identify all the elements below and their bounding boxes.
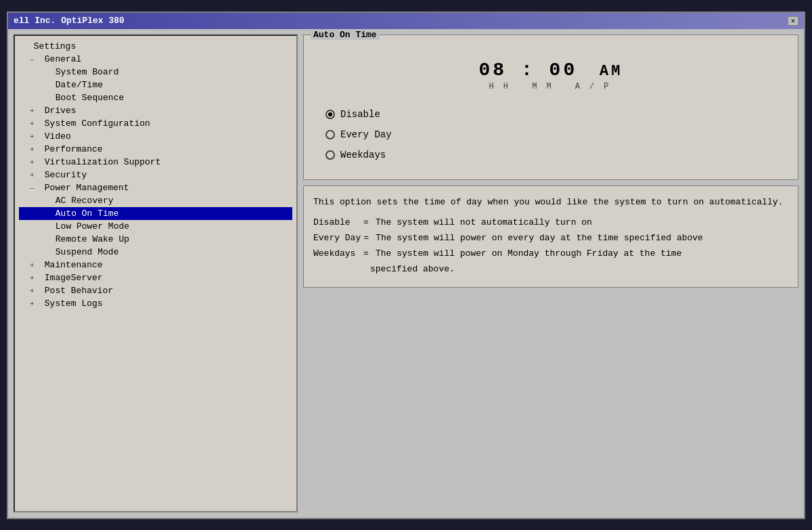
option-every-day-label: Every Day — [340, 129, 392, 140]
sidebar-item-power-management[interactable]: – Power Management — [19, 181, 292, 194]
settings-label: Settings — [34, 41, 76, 51]
sidebar-item-drives[interactable]: + Drives — [19, 104, 292, 117]
sidebar-item-system-config[interactable]: + System Configuration — [19, 117, 292, 130]
desc-value-weekdays-cont: specified above. — [370, 263, 788, 277]
sidebar-item-image-server[interactable]: + ImageServer — [19, 271, 292, 284]
sidebar-item-virt-support[interactable]: + Virtualization Support — [19, 156, 292, 169]
sidebar-item-security[interactable]: + Security — [19, 169, 292, 181]
desc-line-weekdays-cont: specified above. — [313, 263, 788, 277]
desc-key-disable: Disable — [313, 216, 361, 230]
desc-value-weekdays: The system will power on Monday through … — [376, 247, 788, 261]
sidebar-item-video[interactable]: + Video — [19, 130, 292, 143]
desc-value-every-day: The system will power on every day at th… — [376, 231, 788, 246]
radio-weekdays-circle[interactable] — [325, 150, 335, 160]
desc-equals-0: = — [363, 216, 373, 230]
time-value: 08 : 00 AM — [312, 60, 790, 81]
desc-key-weekdays: Weekdays — [313, 247, 361, 261]
sidebar-item-ac-recovery[interactable]: AC Recovery — [19, 194, 292, 207]
auto-on-time-group: Auto On Time 08 : 00 AM HH MM A/P — [303, 35, 798, 180]
desc-key-every-day: Every Day — [313, 231, 361, 246]
time-separator: : — [521, 60, 535, 81]
sidebar-item-auto-on-time[interactable]: Auto On Time — [19, 207, 292, 220]
desc-line-every-day: Every Day = The system will power on eve… — [313, 231, 788, 246]
title-bar: ell Inc. OptiPlex 380 ✕ — [8, 13, 804, 29]
close-button[interactable]: ✕ — [788, 16, 798, 26]
sidebar-item-system-logs[interactable]: + System Logs — [19, 297, 292, 310]
option-weekdays-label: Weekdays — [340, 150, 386, 160]
sidebar-item-datetime[interactable]: Date/Time — [19, 79, 292, 91]
time-display: 08 : 00 AM HH MM A/P — [312, 46, 790, 98]
option-disable[interactable]: Disable — [325, 109, 776, 120]
desc-line-weekdays: Weekdays = The system will power on Mond… — [313, 247, 788, 261]
description-box: This option sets the time of day when yo… — [303, 185, 798, 288]
sidebar-item-boot-sequence[interactable]: Boot Sequence — [19, 91, 292, 104]
sidebar-item-post-behavior[interactable]: + Post Behavior — [19, 284, 292, 297]
desc-line-disable: Disable = The system will not automatica… — [313, 216, 788, 230]
left-panel: Settings – General System Board Date/Tim… — [14, 35, 298, 512]
radio-disable-dot — [328, 112, 332, 116]
sidebar-item-general[interactable]: – General — [19, 53, 292, 66]
group-title: Auto On Time — [311, 30, 380, 40]
sidebar-item-maintenance[interactable]: + Maintenance — [19, 259, 292, 271]
bios-window: ell Inc. OptiPlex 380 ✕ Settings – Gener… — [7, 12, 805, 519]
time-ampm[interactable]: AM — [600, 63, 623, 80]
sidebar-item-performance[interactable]: + Performance — [19, 143, 292, 156]
time-minutes[interactable]: 00 — [549, 60, 578, 81]
desc-value-disable: The system will not automatically turn o… — [376, 216, 788, 230]
radio-options: Disable Every Day Weekdays — [312, 98, 790, 171]
desc-equals-2: = — [363, 247, 373, 261]
settings-root: Settings — [19, 40, 292, 53]
desc-equals-1: = — [363, 231, 373, 246]
desc-intro: This option sets the time of day when yo… — [313, 196, 788, 210]
window-title: ell Inc. OptiPlex 380 — [14, 16, 125, 26]
option-disable-label: Disable — [340, 109, 380, 120]
sidebar-item-low-power-mode[interactable]: Low Power Mode — [19, 220, 292, 233]
sidebar-item-system-board[interactable]: System Board — [19, 66, 292, 79]
main-content: Settings – General System Board Date/Tim… — [8, 29, 804, 518]
sidebar-item-remote-wake-up[interactable]: Remote Wake Up — [19, 233, 292, 246]
radio-every-day-circle[interactable] — [325, 130, 335, 139]
sidebar-item-suspend-mode[interactable]: Suspend Mode — [19, 246, 292, 259]
time-labels: HH MM A/P — [317, 82, 790, 91]
right-panel: Auto On Time 08 : 00 AM HH MM A/P — [303, 35, 798, 512]
option-weekdays[interactable]: Weekdays — [325, 150, 776, 160]
time-hours[interactable]: 08 — [479, 60, 508, 81]
option-every-day[interactable]: Every Day — [325, 129, 776, 140]
radio-disable-circle[interactable] — [325, 110, 335, 119]
